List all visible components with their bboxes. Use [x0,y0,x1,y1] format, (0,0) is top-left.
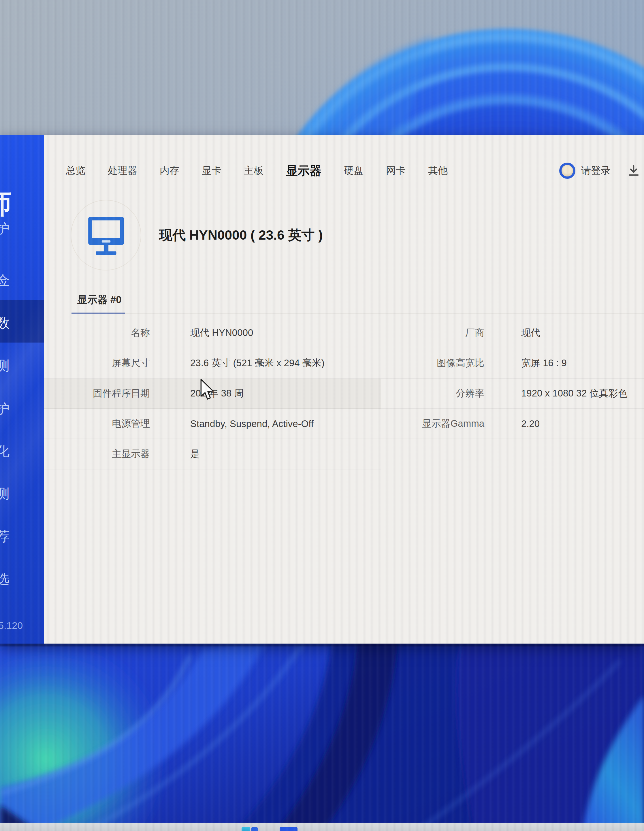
row-value: Standby, Suspend, Active-Off [190,419,314,429]
tab-gpu[interactable]: 显卡 [202,164,221,177]
row-value: 23.6 英寸 (521 毫米 x 294 毫米) [190,357,324,370]
table-row: 名称 现代 HYN0000 [44,318,381,348]
row-label: 屏幕尺寸 [44,357,150,370]
tab-overview[interactable]: 总览 [66,164,85,177]
spec-table: 名称 现代 HYN0000 屏幕尺寸 23.6 英寸 (521 毫米 x 294… [44,318,644,470]
row-value: 201 年 38 周 [190,387,243,400]
sidebar-item-fragment[interactable]: 选 [0,570,16,588]
row-value: 现代 HYN0000 [190,326,253,339]
table-row: 主显示器 是 [44,439,381,470]
category-navbar: 总览 处理器 内存 显卡 主板 显示器 硬盘 网卡 其他 请登录 [44,161,644,180]
device-title: 现代 HYN0000 ( 23.6 英寸 ) [159,226,323,244]
tab-display-0[interactable]: 显示器 #0 [77,293,122,307]
row-label: 厂商 [381,326,484,339]
table-row: 厂商 现代 [381,318,644,348]
row-value: 现代 [521,326,540,339]
table-row: 分辨率 1920 x 1080 32 位真彩色 [381,379,644,409]
taskbar-icon[interactable] [280,827,297,831]
sidebar-item-fragment[interactable]: 荐 [0,528,16,546]
sidebar: 师 护 佥 数 测 护 化 测 荐 选 5.120 [0,135,44,643]
hardware-info-window: 师 护 佥 数 测 护 化 测 荐 选 5.120 总览 处理器 内存 显卡 主… [0,135,644,643]
app-logo-fragment: 师 [0,186,11,222]
login-link[interactable]: 请登录 [581,164,611,177]
user-avatar-icon[interactable] [559,162,576,179]
row-value: 是 [190,447,200,460]
sidebar-item-fragment[interactable]: 测 [0,485,16,503]
taskbar-icon[interactable] [251,827,258,831]
sidebar-item-fragment[interactable]: 佥 [0,272,16,290]
row-value: 1920 x 1080 32 位真彩色 [521,387,628,400]
tab-display-active[interactable]: 显示器 [286,163,321,179]
taskbar-icon[interactable] [242,827,250,831]
sidebar-item-fragment[interactable]: 护 [0,220,16,238]
table-row: 显示器Gamma 2.20 [381,409,644,439]
row-label: 图像高宽比 [381,357,484,370]
tab-divider [125,314,644,314]
tab-cpu[interactable]: 处理器 [108,164,137,177]
device-icon-circle [71,200,141,271]
row-label: 固件程序日期 [44,387,150,400]
row-value: 宽屏 16 : 9 [521,357,567,370]
row-label: 显示器Gamma [381,417,484,430]
taskbar [0,823,644,831]
spec-table-left: 名称 现代 HYN0000 屏幕尺寸 23.6 英寸 (521 毫米 x 294… [44,318,381,470]
sidebar-item-fragment[interactable]: 护 [0,400,16,418]
tab-other[interactable]: 其他 [428,164,448,177]
window-content: 总览 处理器 内存 显卡 主板 显示器 硬盘 网卡 其他 请登录 [44,135,644,643]
tab-disk[interactable]: 硬盘 [344,164,364,177]
tab-memory[interactable]: 内存 [160,164,179,177]
table-row: 屏幕尺寸 23.6 英寸 (521 毫米 x 294 毫米) [44,348,381,379]
table-row-hovered: 固件程序日期 201 年 38 周 [44,379,381,409]
tab-network[interactable]: 网卡 [386,164,405,177]
app-version-fragment: 5.120 [0,620,23,631]
photographed-monitor-screen: 师 护 佥 数 测 护 化 测 荐 选 5.120 总览 处理器 内存 显卡 主… [0,0,644,831]
sidebar-item-fragment[interactable]: 测 [0,357,16,375]
device-hero: 现代 HYN0000 ( 23.6 英寸 ) [71,200,323,271]
desktop-wallpaper-top [0,0,644,135]
desktop-wallpaper-bottom [0,643,644,831]
tab-motherboard[interactable]: 主板 [244,164,264,177]
row-label: 名称 [44,326,150,339]
navbar-right-cluster: 请登录 [559,162,644,179]
sidebar-item-fragment-selected[interactable]: 数 [0,314,16,332]
table-row: 电源管理 Standby, Suspend, Active-Off [44,409,381,439]
row-value: 2.20 [521,419,540,429]
monitor-icon [84,213,128,257]
spec-table-right: 厂商 现代 图像高宽比 宽屏 16 : 9 分辨率 1920 x 1080 32… [381,318,644,439]
tab-active-underline [72,312,125,314]
sidebar-item-fragment[interactable]: 化 [0,443,16,460]
row-label: 主显示器 [44,447,150,460]
table-row: 图像高宽比 宽屏 16 : 9 [381,348,644,379]
row-label: 分辨率 [381,387,484,400]
row-label: 电源管理 [44,417,150,430]
download-icon[interactable] [627,164,640,177]
